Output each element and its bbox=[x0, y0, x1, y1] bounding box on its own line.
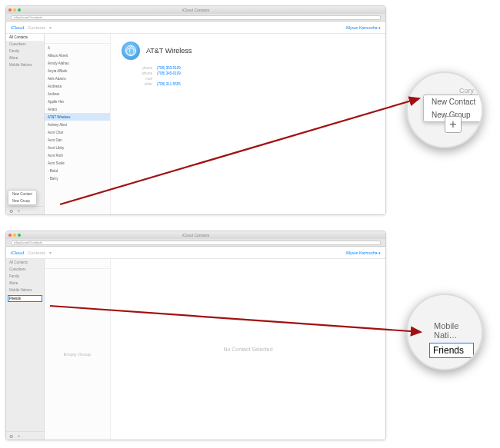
contact-row[interactable]: Aunt Susle bbox=[45, 159, 110, 167]
contact-field: other(708) 311-5555 bbox=[122, 82, 375, 86]
contacts-list-column: AAllison AbreitAnndy AlahaoAnyia ABankAe… bbox=[45, 34, 111, 214]
section-text: Contacts bbox=[28, 251, 46, 255]
no-contact-label: No Contact Selected bbox=[111, 259, 385, 440]
contact-row[interactable]: Anndy Alahao bbox=[45, 59, 110, 67]
sidebar-item[interactable]: Mobile Nations bbox=[6, 61, 44, 68]
groups-list: All ContactsCoworkersFamilyiMoreMobile N… bbox=[6, 34, 44, 206]
contact-row[interactable]: Applle Het bbox=[45, 98, 110, 105]
gear-icon[interactable]: ⚙ bbox=[8, 208, 14, 214]
browser-toolbar: icloud.com/#contacts bbox=[6, 239, 385, 247]
zoom-content: Mobile Nati… bbox=[412, 300, 477, 364]
window-title: iCloud Contacts bbox=[6, 8, 385, 12]
field-value: (708) 345-0109 bbox=[157, 71, 181, 75]
contact-row[interactable]: Andrew bbox=[45, 90, 110, 98]
contact-detail-column: No Contact Selected bbox=[111, 259, 385, 440]
screenshot-2: iCloud Contacts icloud.com/#contacts iCl… bbox=[5, 231, 386, 440]
screenshot-1: iCloud Contacts icloud.com/#contacts iCl… bbox=[5, 5, 386, 215]
app-header: iCloud Contacts ▾ Allyson Kazmucha ▾ bbox=[6, 247, 385, 259]
contact-field: iphone(708) 345-0109 bbox=[122, 71, 375, 75]
contact-row[interactable]: - Barry bbox=[45, 174, 110, 182]
contact-row[interactable]: Aels Adams bbox=[45, 75, 110, 82]
group-name-input-wrapper bbox=[8, 295, 42, 302]
contact-row[interactable]: Artaro bbox=[45, 105, 110, 113]
contact-card: AT&T Wireless phone(708) 353-0109iphone(… bbox=[111, 34, 385, 95]
url-text: icloud.com/#contacts bbox=[14, 241, 42, 244]
sidebar-item-mobile-nations[interactable]: Mobile Nati… bbox=[429, 318, 474, 343]
groups-sidebar: All ContactsCoworkersFamilyiMoreMobile N… bbox=[6, 34, 45, 214]
plus-icon[interactable]: + bbox=[16, 208, 22, 214]
contact-row[interactable]: AT&T Wireless bbox=[45, 113, 110, 121]
brand-text: iCloud bbox=[11, 251, 24, 255]
sidebar-item[interactable]: iMore bbox=[6, 55, 44, 61]
contacts-list: AAllison AbreitAnndy AlahaoAnyia ABankAe… bbox=[45, 44, 110, 182]
contact-row[interactable]: - Bubd bbox=[45, 167, 110, 174]
user-menu[interactable]: Allyson Kazmucha ▾ bbox=[345, 25, 381, 30]
zoom-magnifier-2: Mobile Nati… bbox=[406, 294, 483, 370]
sidebar-item[interactable]: iMore bbox=[6, 280, 44, 287]
field-label: other bbox=[122, 82, 152, 86]
contact-row[interactable]: Andrietta bbox=[45, 82, 110, 90]
url-field[interactable]: icloud.com/#contacts bbox=[11, 15, 381, 20]
sidebar-item[interactable]: All Contacts bbox=[6, 259, 44, 266]
window-title: iCloud Contacts bbox=[6, 233, 385, 237]
contact-row[interactable]: Aunt Char bbox=[45, 128, 110, 136]
groups-footer: ⚙ + bbox=[6, 431, 44, 440]
groups-footer: ⚙ + New ContactNew Group bbox=[6, 206, 44, 214]
contact-row[interactable]: Aunt Dan bbox=[45, 136, 110, 144]
url-text: icloud.com/#contacts bbox=[14, 15, 42, 19]
group-name-input-zoom[interactable] bbox=[429, 343, 474, 358]
contact-name: AT&T Wireless bbox=[146, 47, 192, 55]
zoom-magnifier-1: Cory em E New ContactNew Group + bbox=[406, 71, 483, 148]
group-name-input[interactable] bbox=[8, 295, 42, 302]
url-field[interactable]: icloud.com/#contacts bbox=[11, 241, 381, 245]
zoom-content: Cory em E New ContactNew Group + bbox=[412, 78, 477, 142]
groups-sidebar: All ContactsCoworkersFamilyiMoreMobile N… bbox=[6, 259, 45, 440]
contacts-header bbox=[45, 34, 110, 44]
menu-item[interactable]: New Contact bbox=[424, 95, 483, 108]
app-brand[interactable]: iCloud Contacts ▾ bbox=[11, 250, 52, 255]
main-columns: All ContactsCoworkersFamilyiMoreMobile N… bbox=[6, 259, 385, 440]
chevron-down-icon: ▾ bbox=[49, 251, 52, 255]
contacts-list-column: Empty Group bbox=[45, 259, 111, 440]
contact-row[interactable]: Aunt Libby bbox=[45, 144, 110, 151]
chevron-down-icon: ▾ bbox=[49, 25, 52, 30]
contact-field: phone(708) 353-0109 bbox=[122, 66, 375, 70]
contact-field: mob bbox=[122, 77, 375, 81]
brand-text: iCloud bbox=[11, 25, 24, 30]
window-titlebar: iCloud Contacts bbox=[6, 6, 385, 14]
groups-list: All ContactsCoworkersFamilyiMoreMobile N… bbox=[6, 259, 44, 431]
chevron-down-icon: ▾ bbox=[378, 251, 381, 255]
gear-icon[interactable]: ⚙ bbox=[8, 433, 14, 439]
contact-row[interactable]: Aunt Ruth bbox=[45, 151, 110, 159]
field-value: (708) 311-5555 bbox=[157, 82, 181, 86]
contact-row[interactable]: Anyia ABank bbox=[45, 67, 110, 75]
user-menu[interactable]: Allyson Kazmucha ▾ bbox=[345, 251, 381, 255]
app-header: iCloud Contacts ▾ Allyson Kazmucha ▾ bbox=[6, 22, 385, 34]
bg-contact-fragment: Cory bbox=[459, 87, 474, 95]
user-name: Allyson Kazmucha bbox=[345, 25, 377, 30]
card-header: AT&T Wireless bbox=[122, 41, 375, 60]
field-label: iphone bbox=[122, 71, 152, 75]
plus-icon[interactable]: + bbox=[16, 433, 22, 439]
zoom-sidebar-fragment: Mobile Nati… bbox=[429, 318, 474, 358]
plus-button-zoom[interactable]: + bbox=[445, 116, 462, 133]
contact-row[interactable]: Aubrey Alest bbox=[45, 121, 110, 128]
field-label: phone bbox=[122, 66, 152, 70]
sidebar-item[interactable]: Family bbox=[6, 48, 44, 55]
field-value: (708) 353-0109 bbox=[157, 66, 181, 70]
sidebar-item[interactable]: Coworkers bbox=[6, 41, 44, 48]
sidebar-item[interactable]: Coworkers bbox=[6, 266, 44, 273]
contact-row[interactable]: A bbox=[45, 44, 110, 51]
menu-item[interactable]: New Group bbox=[8, 197, 36, 204]
contact-row[interactable]: Allison Abreit bbox=[45, 51, 110, 59]
sidebar-item[interactable]: All Contacts bbox=[6, 34, 44, 41]
menu-item[interactable]: New Contact bbox=[8, 191, 36, 197]
add-popup-menu[interactable]: New ContactNew Group bbox=[8, 190, 37, 205]
sidebar-item[interactable]: Mobile Nations bbox=[6, 287, 44, 294]
app-brand[interactable]: iCloud Contacts ▾ bbox=[11, 25, 52, 30]
field-label: mob bbox=[122, 77, 152, 81]
user-name: Allyson Kazmucha bbox=[345, 251, 377, 255]
sidebar-item[interactable]: Family bbox=[6, 273, 44, 280]
window-titlebar: iCloud Contacts bbox=[6, 231, 385, 239]
contact-fields: phone(708) 353-0109iphone(708) 345-0109m… bbox=[122, 66, 375, 86]
